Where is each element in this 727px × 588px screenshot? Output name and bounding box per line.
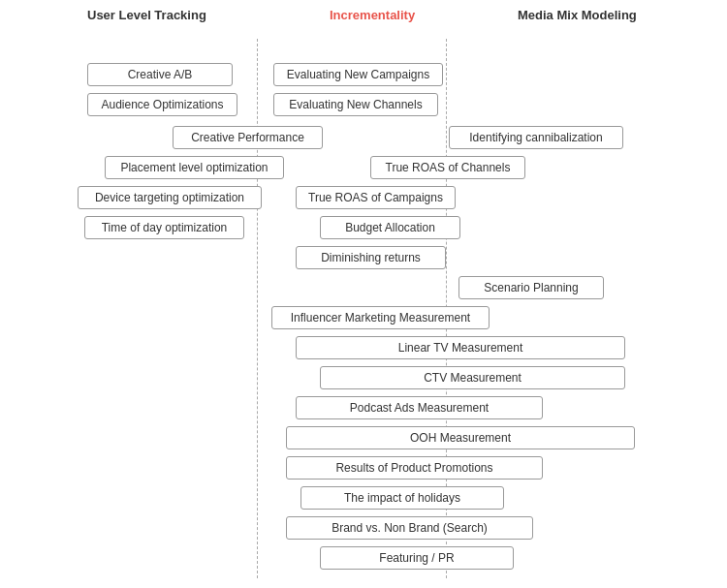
scenario-planning: Scenario Planning xyxy=(458,276,604,299)
header-inc: Incrementality xyxy=(330,8,415,22)
podcast-ads-measurement: Podcast Ads Measurement xyxy=(296,396,543,419)
ooh-measurement: OOH Measurement xyxy=(286,426,635,449)
creative-performance: Creative Performance xyxy=(173,126,323,149)
evaluating-new-channels: Evaluating New Channels xyxy=(273,93,438,116)
budget-allocation: Budget Allocation xyxy=(320,216,460,239)
audience-optimizations: Audience Optimizations xyxy=(87,93,237,116)
identifying-cannibalization: Identifying cannibalization xyxy=(449,126,623,149)
diminishing-returns: Diminishing returns xyxy=(296,246,446,269)
time-of-day-optimization: Time of day optimization xyxy=(84,216,244,239)
brand-vs-non-brand: Brand vs. Non Brand (Search) xyxy=(286,516,533,540)
ctv-measurement: CTV Measurement xyxy=(320,366,625,389)
impact-of-holidays: The impact of holidays xyxy=(300,486,504,510)
influencer-marketing-measurement: Influencer Marketing Measurement xyxy=(271,306,490,329)
true-roas-channels: True ROAS of Channels xyxy=(370,156,525,179)
diagram-container: User Level Tracking Incrementality Media… xyxy=(0,0,727,588)
true-roas-campaigns: True ROAS of Campaigns xyxy=(296,186,456,209)
evaluating-new-campaigns: Evaluating New Campaigns xyxy=(273,63,443,86)
header-ult: User Level Tracking xyxy=(87,8,206,22)
featuring-pr: Featuring / PR xyxy=(320,546,514,570)
device-targeting-optimization: Device targeting optimization xyxy=(78,186,262,209)
header-mmm: Media Mix Modeling xyxy=(518,8,637,22)
divider-line-ult xyxy=(257,39,258,578)
linear-tv-measurement: Linear TV Measurement xyxy=(296,336,625,359)
placement-level-optimization: Placement level optimization xyxy=(105,156,284,179)
results-of-product-promotions: Results of Product Promotions xyxy=(286,456,543,480)
creative-ab: Creative A/B xyxy=(87,63,233,86)
